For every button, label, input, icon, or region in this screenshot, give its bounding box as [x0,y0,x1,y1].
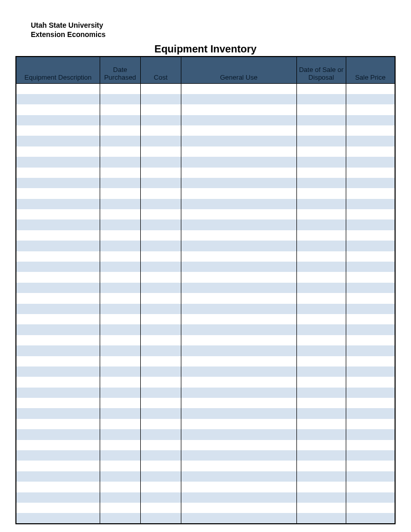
table-cell[interactable] [16,492,100,503]
table-cell[interactable] [296,304,346,314]
table-cell[interactable] [296,94,346,104]
table-cell[interactable] [16,83,100,94]
table-cell[interactable] [346,450,395,461]
table-cell[interactable] [346,178,395,188]
table-cell[interactable] [296,324,346,335]
table-cell[interactable] [100,283,140,293]
table-cell[interactable] [100,219,140,230]
table-cell[interactable] [346,513,395,523]
table-cell[interactable] [100,471,140,482]
table-cell[interactable] [16,461,100,471]
table-cell[interactable] [140,94,181,104]
table-cell[interactable] [100,513,140,523]
table-cell[interactable] [16,503,100,513]
table-cell[interactable] [100,482,140,492]
table-cell[interactable] [296,471,346,482]
table-cell[interactable] [140,471,181,482]
table-cell[interactable] [100,262,140,272]
table-cell[interactable] [16,304,100,314]
table-cell[interactable] [100,398,140,408]
table-cell[interactable] [181,83,296,94]
table-cell[interactable] [346,503,395,513]
table-cell[interactable] [181,251,296,262]
table-cell[interactable] [296,429,346,439]
table-cell[interactable] [100,157,140,167]
table-cell[interactable] [140,283,181,293]
table-cell[interactable] [346,219,395,230]
table-cell[interactable] [140,429,181,439]
table-cell[interactable] [346,324,395,335]
table-cell[interactable] [140,262,181,272]
table-cell[interactable] [100,94,140,104]
table-cell[interactable] [100,388,140,398]
table-cell[interactable] [140,146,181,157]
table-cell[interactable] [181,209,296,219]
table-cell[interactable] [100,115,140,125]
table-cell[interactable] [296,419,346,429]
table-cell[interactable] [16,408,100,418]
table-cell[interactable] [140,324,181,335]
table-cell[interactable] [296,262,346,272]
table-cell[interactable] [296,104,346,115]
table-cell[interactable] [140,115,181,125]
table-cell[interactable] [346,283,395,293]
table-cell[interactable] [296,440,346,450]
table-cell[interactable] [100,178,140,188]
table-cell[interactable] [181,513,296,523]
table-cell[interactable] [16,188,100,198]
table-cell[interactable] [140,104,181,115]
table-cell[interactable] [346,125,395,136]
table-cell[interactable] [346,251,395,262]
table-cell[interactable] [181,461,296,471]
table-cell[interactable] [16,419,100,429]
table-cell[interactable] [181,136,296,146]
table-cell[interactable] [296,482,346,492]
table-cell[interactable] [296,450,346,461]
table-cell[interactable] [100,314,140,324]
table-cell[interactable] [296,199,346,209]
table-cell[interactable] [16,440,100,450]
table-cell[interactable] [16,429,100,439]
table-cell[interactable] [100,251,140,262]
table-cell[interactable] [16,251,100,262]
table-cell[interactable] [100,324,140,335]
table-cell[interactable] [16,398,100,408]
table-cell[interactable] [181,440,296,450]
table-cell[interactable] [296,293,346,303]
table-cell[interactable] [100,168,140,178]
table-cell[interactable] [140,450,181,461]
table-cell[interactable] [346,146,395,157]
table-cell[interactable] [100,125,140,136]
table-cell[interactable] [16,513,100,523]
table-cell[interactable] [346,115,395,125]
table-cell[interactable] [140,461,181,471]
table-cell[interactable] [100,241,140,251]
table-cell[interactable] [16,272,100,282]
table-cell[interactable] [100,293,140,303]
table-cell[interactable] [181,335,296,345]
table-cell[interactable] [16,178,100,188]
table-cell[interactable] [181,356,296,366]
table-cell[interactable] [346,199,395,209]
table-cell[interactable] [100,356,140,366]
table-cell[interactable] [181,188,296,198]
table-cell[interactable] [346,492,395,503]
table-cell[interactable] [181,157,296,167]
table-cell[interactable] [346,230,395,241]
table-cell[interactable] [16,482,100,492]
table-cell[interactable] [140,345,181,356]
table-cell[interactable] [346,429,395,439]
table-cell[interactable] [140,408,181,418]
table-cell[interactable] [16,450,100,461]
table-cell[interactable] [181,408,296,418]
table-cell[interactable] [181,283,296,293]
table-cell[interactable] [181,366,296,377]
table-cell[interactable] [140,230,181,241]
table-cell[interactable] [181,429,296,439]
table-cell[interactable] [16,345,100,356]
table-cell[interactable] [100,104,140,115]
table-cell[interactable] [296,335,346,345]
table-cell[interactable] [181,104,296,115]
table-cell[interactable] [296,272,346,282]
table-cell[interactable] [296,503,346,513]
